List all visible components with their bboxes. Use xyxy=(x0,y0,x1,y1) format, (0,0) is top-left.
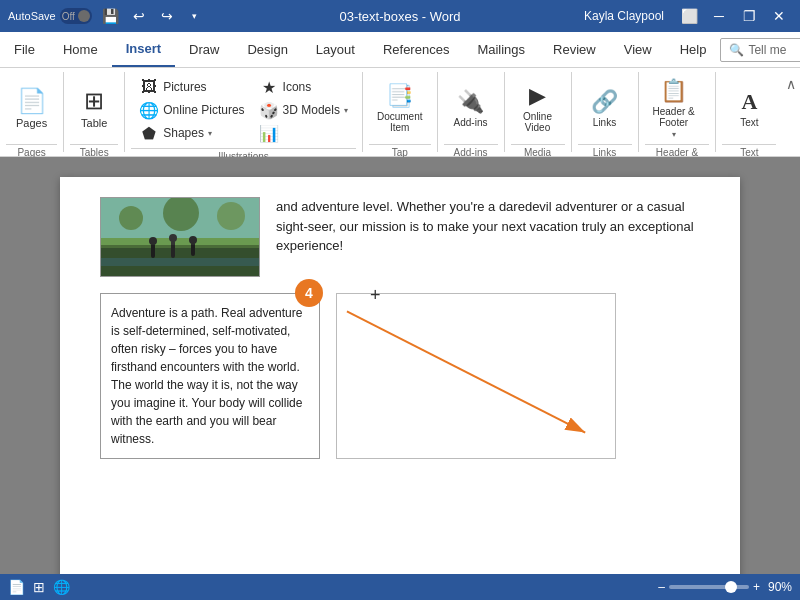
svg-rect-12 xyxy=(101,258,260,266)
text-box-2[interactable] xyxy=(336,293,616,459)
tap-items: 📑 DocumentItem xyxy=(369,72,431,144)
toggle-circle xyxy=(78,10,90,22)
addins-items: 🔌 Add-ins xyxy=(444,72,498,144)
tell-me-input[interactable]: 🔍 Tell me xyxy=(720,38,800,62)
ribbon-group-links: 🔗 Links Links xyxy=(572,72,639,152)
undo-redo-group: 💾 ↩ ↪ ▾ xyxy=(98,3,208,29)
text-button[interactable]: A Text xyxy=(724,76,774,140)
links-button[interactable]: 🔗 Links xyxy=(580,76,630,140)
tab-insert[interactable]: Insert xyxy=(112,32,175,67)
3d-dropdown-arrow: ▾ xyxy=(344,106,348,115)
tables-items: ⊞ Table xyxy=(70,72,118,144)
header-footer-dropdown: ▾ xyxy=(672,130,676,139)
header-footer-button[interactable]: 📋 Header &Footer ▾ xyxy=(647,76,701,140)
zoom-slider[interactable] xyxy=(669,585,749,589)
status-bar: 📄 ⊞ 🌐 – + 90% xyxy=(0,574,800,600)
table-button[interactable]: ⊞ Table xyxy=(72,76,116,140)
svg-rect-8 xyxy=(171,240,175,258)
arrow-svg xyxy=(337,294,615,458)
quick-access-dropdown[interactable]: ▾ xyxy=(182,3,208,29)
zoom-plus-button[interactable]: + xyxy=(753,580,760,594)
tab-mailings[interactable]: Mailings xyxy=(463,32,539,67)
tab-draw[interactable]: Draw xyxy=(175,32,233,67)
shapes-dropdown-arrow: ▾ xyxy=(208,129,212,138)
restore-button[interactable]: ❐ xyxy=(736,3,762,29)
step-badge: 4 xyxy=(295,279,323,307)
zoom-control[interactable]: – + 90% xyxy=(658,580,792,594)
zoom-thumb xyxy=(725,581,737,593)
online-pictures-icon: 🌐 xyxy=(139,101,159,120)
zoom-minus-button[interactable]: – xyxy=(658,580,665,594)
pages-button[interactable]: 📄 Pages xyxy=(8,76,55,140)
tab-review[interactable]: Review xyxy=(539,32,610,67)
autosave-toggle[interactable]: AutoSave Off xyxy=(8,8,92,24)
illustrations-items: 🖼 Pictures 🌐 Online Pictures ⬟ Shapes ▾ xyxy=(131,72,356,148)
document-page: and adventure level. Whether you're a da… xyxy=(60,177,740,574)
smartart-button[interactable]: 📊 xyxy=(253,122,354,144)
links-icon: 🔗 xyxy=(591,89,618,115)
header-footer-items: 📋 Header &Footer ▾ xyxy=(645,72,710,144)
tab-home[interactable]: Home xyxy=(49,32,112,67)
tab-references[interactable]: References xyxy=(369,32,463,67)
online-video-button[interactable]: ▶ OnlineVideo xyxy=(513,76,563,140)
ribbon-group-header-footer: 📋 Header &Footer ▾ Header & Footer xyxy=(639,72,717,152)
svg-rect-10 xyxy=(191,242,195,256)
status-layout-icon: ⊞ xyxy=(33,579,45,595)
ribbon-group-pages: 📄 Pages Pages xyxy=(0,72,64,152)
autosave-toggle-switch[interactable]: Off xyxy=(60,8,92,24)
addins-label: Add-ins xyxy=(454,117,488,128)
ribbon-content: 📄 Pages Pages ⊞ Table Tables 🖼 xyxy=(0,68,800,156)
svg-point-7 xyxy=(149,237,157,245)
header-footer-label: Header &Footer xyxy=(653,106,695,128)
header-footer-icon: 📋 xyxy=(660,78,687,104)
svg-point-9 xyxy=(169,234,177,242)
ribbon-group-illustrations: 🖼 Pictures 🌐 Online Pictures ⬟ Shapes ▾ xyxy=(125,72,363,152)
svg-rect-1 xyxy=(101,248,260,277)
svg-point-11 xyxy=(189,236,197,244)
text-box-1-content: Adventure is a path. Real adventure is s… xyxy=(111,306,302,446)
close-button[interactable]: ✕ xyxy=(766,3,792,29)
tab-file[interactable]: File xyxy=(0,32,49,67)
text-items: A Text xyxy=(722,72,776,144)
table-label: Table xyxy=(81,117,107,129)
icons-button[interactable]: ★ Icons xyxy=(253,76,354,98)
document-item-icon: 📑 xyxy=(386,83,413,109)
pages-label: Pages xyxy=(16,117,47,129)
save-button[interactable]: 💾 xyxy=(98,3,124,29)
pages-items: 📄 Pages xyxy=(6,72,57,144)
status-right: – + 90% xyxy=(658,580,792,594)
document-title: 03-text-boxes - Word xyxy=(339,9,460,24)
tab-help[interactable]: Help xyxy=(666,32,721,67)
pictures-button[interactable]: 🖼 Pictures xyxy=(133,76,250,98)
shapes-button[interactable]: ⬟ Shapes ▾ xyxy=(133,122,250,144)
text-box-1[interactable]: Adventure is a path. Real adventure is s… xyxy=(100,293,320,459)
tab-layout[interactable]: Layout xyxy=(302,32,369,67)
ribbon: File Home Insert Draw Design Layout Refe… xyxy=(0,32,800,157)
ribbon-group-text: A Text Text xyxy=(716,72,782,152)
addins-button[interactable]: 🔌 Add-ins xyxy=(446,76,496,140)
links-items: 🔗 Links xyxy=(578,72,632,144)
title-bar-left: AutoSave Off 💾 ↩ ↪ ▾ xyxy=(8,3,208,29)
online-pictures-button[interactable]: 🌐 Online Pictures xyxy=(133,99,250,121)
text-label: Text xyxy=(740,117,758,128)
tab-view[interactable]: View xyxy=(610,32,666,67)
document-image xyxy=(100,197,260,277)
document-item-label: DocumentItem xyxy=(377,111,423,133)
tab-design[interactable]: Design xyxy=(233,32,301,67)
ribbon-group-addins: 🔌 Add-ins Add-ins xyxy=(438,72,505,152)
adventure-paragraph: and adventure level. Whether you're a da… xyxy=(276,197,700,277)
status-left: 📄 ⊞ 🌐 xyxy=(8,579,70,595)
addins-icon: 🔌 xyxy=(457,89,484,115)
document-item-button[interactable]: 📑 DocumentItem xyxy=(371,76,429,140)
search-icon: 🔍 xyxy=(729,43,744,57)
ribbon-collapse-button[interactable]: ∧ xyxy=(782,76,800,92)
pictures-label: Pictures xyxy=(163,80,206,94)
ribbon-display-button[interactable]: ⬜ xyxy=(676,3,702,29)
redo-button[interactable]: ↪ xyxy=(154,3,180,29)
minimize-button[interactable]: ─ xyxy=(706,3,732,29)
status-page-icon: 📄 xyxy=(8,579,25,595)
ribbon-group-tables: ⊞ Table Tables xyxy=(64,72,125,152)
undo-button[interactable]: ↩ xyxy=(126,3,152,29)
3d-models-button[interactable]: 🎲 3D Models ▾ xyxy=(253,99,354,121)
online-video-icon: ▶ xyxy=(529,83,546,109)
